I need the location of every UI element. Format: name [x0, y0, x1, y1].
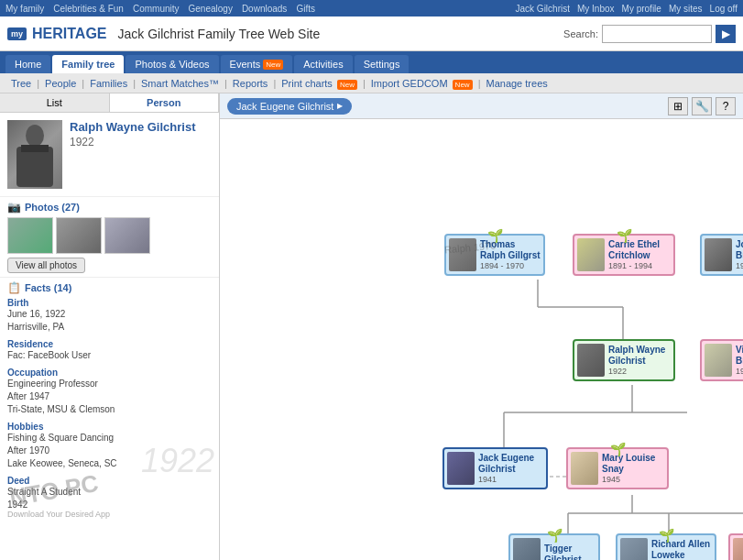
card-thomas[interactable]: 🌱 Thomas Ralph Gillgrst 1894 - 1970: [444, 234, 545, 276]
subnav-smart-matches[interactable]: Smart Matches™: [137, 78, 223, 89]
fact-birth-label[interactable]: Birth: [7, 298, 212, 308]
search-label: Search:: [563, 28, 598, 39]
subnav-reports[interactable]: Reports: [229, 78, 272, 89]
logo-area: my HERITAGE Jack Gilchrist Family Tree W…: [7, 26, 320, 42]
nav-genealogy[interactable]: Genealogy: [189, 4, 233, 14]
events-badge: New: [263, 60, 283, 70]
facts-title: 📋 Facts (14): [7, 281, 212, 294]
tab-photos-videos[interactable]: Photos & Videos: [126, 55, 218, 73]
person-photo-inner: [7, 120, 62, 189]
photo-thumb-2[interactable]: [56, 217, 102, 254]
leaf-carrie: 🌱: [617, 228, 632, 243]
tab-activities[interactable]: Activities: [294, 55, 352, 73]
nav-my-family[interactable]: My family: [5, 4, 44, 14]
fact-hobbies: Hobbies Fishing & Square DancingAfter 19…: [7, 422, 212, 470]
tree-canvas: 🌱 Thomas Ralph Gillgrst 1894 - 1970 🌱 Ca…: [220, 119, 743, 560]
fact-occupation-label[interactable]: Occupation: [7, 368, 212, 378]
search-area: Search: ▶: [563, 25, 736, 43]
leaf-mary: 🌱: [610, 442, 626, 456]
fact-hobbies-label[interactable]: Hobbies: [7, 422, 212, 432]
nav-profile[interactable]: My profile: [622, 4, 661, 14]
photo-thumb-1[interactable]: [7, 217, 53, 254]
tree-settings-button[interactable]: 🔧: [692, 97, 712, 115]
card-info-virginia: Virginia Jean Brock 1924 - 1998: [736, 345, 743, 376]
fact-birth-value: June 16, 1922Harrisville, PA: [7, 308, 212, 334]
card-photo-ralph: [577, 344, 605, 377]
card-virginia[interactable]: 🌱 Virginia Jean Brock 1924 - 1998: [700, 339, 743, 381]
user-name: Jack Gilchrist: [516, 4, 570, 14]
tree-breadcrumb[interactable]: Jack Eugene Gilchrist: [227, 98, 352, 115]
tab-events[interactable]: Events New: [221, 55, 293, 73]
card-info-ralph: Ralph Wayne Gilchrist 1922: [608, 345, 671, 376]
card-richard[interactable]: 🌱 Richard Allen Loweke 1963: [616, 533, 716, 560]
fact-birth: Birth June 16, 1922Harrisville, PA: [7, 298, 212, 334]
card-photo-mary: [571, 452, 598, 485]
card-info-tigger: Tigger Gilchrist: [544, 544, 595, 560]
person-name: Ralph Wayne Gilchrist: [70, 120, 212, 136]
card-name-jack: Jack Eugene Gilchrist: [478, 453, 543, 475]
card-mary[interactable]: 🌱 Mary Louise Snay 1945: [566, 447, 669, 489]
logo-badge: my: [7, 27, 27, 40]
card-dates-thomas: 1894 - 1970: [480, 261, 541, 270]
facts-icon: 📋: [7, 281, 21, 294]
card-photo-virginia: [705, 344, 732, 377]
logo-text: HERITAGE: [32, 26, 106, 42]
card-carrie[interactable]: 🌱 Carrie Ethel Critchlow 1891 - 1994: [573, 234, 675, 276]
photo-thumb-3[interactable]: [104, 217, 150, 254]
top-navigation: My family Celebrities & Fun Community Ge…: [0, 0, 743, 16]
subnav-print-charts[interactable]: Print charts New: [278, 78, 361, 89]
nav-gifts[interactable]: Gifts: [296, 4, 315, 14]
search-button[interactable]: ▶: [716, 25, 736, 43]
fact-deed: Deed Straight A Student1942: [7, 476, 212, 511]
card-info-jack: Jack Eugene Gilchrist 1941: [478, 453, 543, 484]
left-panel: List Person Ralph Wayne Gilchrist 1922: [0, 93, 220, 560]
view-all-photos-button[interactable]: View all photos: [7, 258, 85, 273]
subnav-families[interactable]: Families: [86, 78, 131, 89]
card-photo-joseph: [705, 238, 732, 271]
tab-family-tree[interactable]: Family tree: [52, 55, 124, 73]
card-dates-mary: 1945: [602, 475, 664, 484]
photos-title: 📷 Photos (27): [7, 201, 212, 214]
tab-home[interactable]: Home: [5, 55, 50, 73]
fact-occupation: Occupation Engineering ProfessorAfter 19…: [7, 368, 212, 416]
card-jack[interactable]: Jack Eugene Gilchrist 1941: [443, 447, 548, 489]
subnav-tree[interactable]: Tree: [7, 78, 35, 89]
card-dates-carrie: 1891 - 1994: [608, 261, 671, 270]
subnav-manage-trees[interactable]: Manage trees: [482, 78, 551, 89]
card-info-joseph: Joseph Omar Brock 1902 - 1989: [736, 239, 743, 270]
top-nav-right: Jack Gilchrist My Inbox My profile My si…: [516, 4, 738, 14]
card-ralph[interactable]: Ralph Wayne Gilchrist 1922: [573, 339, 675, 381]
tab-settings[interactable]: Settings: [355, 55, 410, 73]
person-header: Ralph Wayne Gilchrist 1922: [0, 113, 219, 196]
person-info: Ralph Wayne Gilchrist 1922: [70, 120, 212, 148]
card-sherri[interactable]: 🌱 Sherri Lynn Gilchrist 1966: [728, 533, 743, 560]
site-title: Jack Gilchrist Family Tree Web Site: [118, 27, 321, 41]
card-info-thomas: Thomas Ralph Gillgrst 1894 - 1970: [480, 239, 541, 270]
top-nav-left: My family Celebrities & Fun Community Ge…: [5, 4, 315, 14]
card-tigger[interactable]: 🌱 Tigger Gilchrist: [508, 533, 600, 560]
nav-logoff[interactable]: Log off: [710, 4, 738, 14]
fact-residence-label[interactable]: Residence: [7, 339, 212, 349]
card-dates-joseph: 1902 - 1989: [736, 261, 743, 270]
nav-downloads[interactable]: Downloads: [242, 4, 287, 14]
tree-grid-button[interactable]: ⊞: [668, 97, 688, 115]
tab-list[interactable]: List: [0, 93, 110, 112]
card-name-tigger: Tigger Gilchrist: [544, 544, 595, 560]
fact-deed-label[interactable]: Deed: [7, 476, 212, 486]
card-photo-sherri: [733, 538, 743, 560]
nav-celebrities[interactable]: Celebrities & Fun: [53, 4, 124, 14]
camera-icon: 📷: [7, 201, 21, 214]
subnav-import-gedcom[interactable]: Import GEDCOM New: [367, 78, 476, 89]
tree-help-button[interactable]: ?: [716, 97, 736, 115]
fact-hobbies-value: Fishing & Square DancingAfter 1970Lake K…: [7, 432, 212, 470]
nav-my-sites[interactable]: My sites: [669, 4, 703, 14]
search-input[interactable]: [602, 25, 712, 43]
svg-rect-1: [16, 147, 53, 187]
photos-section: 📷 Photos (27) View all photos: [0, 196, 219, 277]
import-badge: New: [453, 80, 473, 90]
nav-community[interactable]: Community: [133, 4, 180, 14]
subnav-people[interactable]: People: [41, 78, 80, 89]
nav-inbox[interactable]: My Inbox: [577, 4, 615, 14]
tab-person[interactable]: Person: [110, 93, 220, 112]
card-joseph[interactable]: 🌱 Joseph Omar Brock 1902 - 1989: [700, 234, 743, 276]
